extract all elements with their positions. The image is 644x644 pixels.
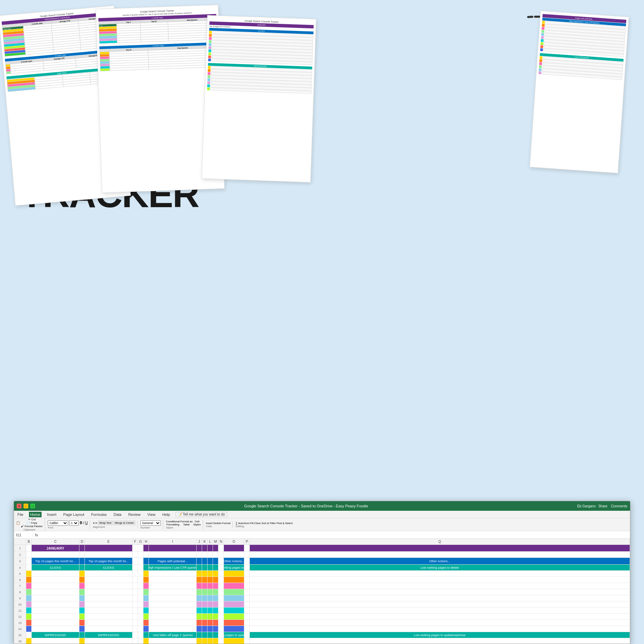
- grid-body: 1 JANUARY 2: [14, 545, 630, 644]
- january-title: JANUARY: [32, 545, 79, 551]
- delete-cells-btn[interactable]: Delete: [213, 522, 221, 525]
- just-fallen-header: 'Just fallen off page 1' queries: [149, 632, 197, 638]
- table-row: 8: [14, 589, 630, 595]
- row-num-header-cell: [14, 539, 26, 545]
- sheet-january-paper: Google Search Console Tracker JANUARY To…: [202, 15, 317, 183]
- menu-help[interactable]: Help: [161, 512, 171, 517]
- col-header-b[interactable]: B: [26, 539, 32, 545]
- format-cells-btn[interactable]: Format: [222, 522, 230, 525]
- cell-styles-btn[interactable]: CellStyles: [193, 520, 201, 526]
- section-pages-potential: Pages with potential...: [149, 558, 197, 564]
- bold-btn[interactable]: B: [80, 521, 82, 525]
- table-row: 4 CLICKS CLICKS High Impressions / Low C…: [14, 565, 630, 571]
- find-select-btn[interactable]: Find & Select: [276, 522, 293, 525]
- excel-title: Google Search Console Tracker - Saved to…: [35, 504, 577, 508]
- formula-input[interactable]: [40, 533, 628, 537]
- col-header-g[interactable]: G: [138, 539, 143, 545]
- col-header-q[interactable]: Q: [250, 539, 630, 545]
- col-header-k[interactable]: K: [202, 539, 208, 545]
- font-select[interactable]: Calibri: [48, 520, 68, 526]
- font-size-select[interactable]: 11: [69, 520, 79, 526]
- cell-reference[interactable]: I11: [16, 533, 33, 537]
- table-row: 12: [14, 614, 630, 620]
- col-header-m[interactable]: M: [213, 539, 218, 545]
- col-header-p[interactable]: P: [244, 539, 250, 545]
- excel-window: ✕ − □ Google Search Console Tracker - Sa…: [14, 501, 630, 644]
- menu-formulas[interactable]: Formulas: [90, 512, 108, 517]
- clicks-header: CLICKS: [32, 565, 79, 570]
- table-row: 2: [14, 552, 630, 558]
- col-header-d[interactable]: D: [79, 539, 85, 545]
- underline-btn[interactable]: U: [85, 521, 88, 525]
- impressions-section-row: 15 IMPRESSIONS IMPRESSIONS 'Just fallen …: [14, 632, 630, 638]
- number-format-select[interactable]: General: [140, 520, 161, 526]
- table-row: 7: [14, 583, 630, 589]
- low-ranking-update-header: Low ranking pages to update/optimise: [224, 632, 244, 638]
- table-row: 14: [14, 626, 630, 632]
- menu-home[interactable]: Home: [29, 512, 42, 517]
- insert-cells-btn[interactable]: Insert: [206, 522, 213, 525]
- cut-btn[interactable]: ✂ Cut: [21, 518, 43, 521]
- win-close-btn[interactable]: ✕: [17, 504, 21, 508]
- menu-tell-me[interactable]: 📝 Tell me what you want to do: [175, 512, 227, 517]
- high-impressions-header: High Impressions / Low CTR queries: [149, 565, 197, 570]
- share-btn[interactable]: Share: [598, 504, 608, 508]
- col-header-i[interactable]: I: [149, 539, 197, 545]
- col-header-c[interactable]: C: [32, 539, 79, 545]
- autosum-btn[interactable]: ∑ AutoSum: [235, 522, 249, 525]
- menu-insert[interactable]: Insert: [46, 512, 58, 517]
- cells-label: Cells: [206, 525, 230, 528]
- column-headers: B C D E F G H I J K L M N O P Q: [14, 539, 630, 545]
- col-header-n[interactable]: N: [218, 539, 224, 545]
- section-top10-header: Top 10 pages this month for...: [32, 558, 79, 564]
- col-header-j[interactable]: J: [197, 539, 202, 545]
- section-other-actions: Other Actions...: [224, 558, 244, 564]
- excel-toolbar: 📋 ✂ Cut 📄 Copy 🖌 Format Painter Clipboar…: [14, 518, 630, 531]
- comments-btn[interactable]: Comments: [611, 504, 627, 508]
- paste-btn[interactable]: 📋: [16, 518, 20, 528]
- table-row: 1 JANUARY: [14, 545, 630, 552]
- align-center-btn[interactable]: ≡: [95, 521, 97, 525]
- excel-titlebar: ✕ − □ Google Search Console Tracker - Sa…: [14, 501, 630, 511]
- align-left-btn[interactable]: ≡: [93, 521, 94, 525]
- col-header-l[interactable]: L: [208, 539, 213, 545]
- alignment-label: Alignment: [93, 525, 135, 528]
- col-header-f[interactable]: F: [133, 539, 138, 545]
- excel-formulabar: I11 fx: [14, 531, 630, 539]
- data-rows-container2: 16 17: [14, 638, 630, 644]
- col-header-h[interactable]: H: [143, 539, 149, 545]
- table-row: 3 Top 10 pages this month for... Top 10 …: [14, 558, 630, 565]
- excel-menubar: File Home Insert Page Layout Formulas Da…: [14, 511, 630, 518]
- menu-view[interactable]: View: [146, 512, 157, 517]
- table-row: 10: [14, 601, 630, 608]
- table-row: 6: [14, 577, 630, 583]
- menu-data[interactable]: Data: [112, 512, 123, 517]
- number-label: Number: [140, 526, 161, 529]
- menu-page-layout[interactable]: Page Layout: [62, 512, 86, 517]
- format-as-table-btn[interactable]: Format asTable: [180, 520, 193, 526]
- table-row: 11: [14, 608, 630, 614]
- conditional-format-btn[interactable]: ConditionalFormatting: [166, 520, 180, 526]
- clear-btn[interactable]: Clear: [254, 522, 261, 525]
- menu-review[interactable]: Review: [127, 512, 142, 517]
- impressions-header: IMPRESSIONS: [32, 632, 79, 638]
- excel-user: Eb Gargano: [577, 504, 596, 508]
- formula-fx: fx: [35, 533, 38, 537]
- table-row: 9: [14, 595, 630, 601]
- wrap-text-btn[interactable]: Wrap Text: [98, 521, 113, 525]
- clipboard-label: Clipboard: [24, 528, 35, 531]
- menu-file[interactable]: File: [16, 512, 25, 517]
- copy-btn[interactable]: 📄 Copy: [21, 521, 43, 524]
- format-painter-btn[interactable]: 🖌 Format Painter: [21, 525, 43, 528]
- styles-label: Styles: [166, 526, 201, 529]
- win-maximize-btn[interactable]: □: [30, 504, 35, 508]
- merge-center-btn[interactable]: Merge & Center: [113, 521, 135, 525]
- italic-btn[interactable]: I: [83, 521, 84, 525]
- win-minimize-btn[interactable]: −: [24, 504, 28, 508]
- sort-filter-btn[interactable]: Sort & Filter: [261, 522, 276, 525]
- col-header-o[interactable]: O: [224, 539, 244, 545]
- col-header-e[interactable]: E: [85, 539, 133, 545]
- table-row: 16: [14, 638, 630, 644]
- fill-btn[interactable]: Fill: [250, 522, 254, 525]
- table-row: 5: [14, 571, 630, 577]
